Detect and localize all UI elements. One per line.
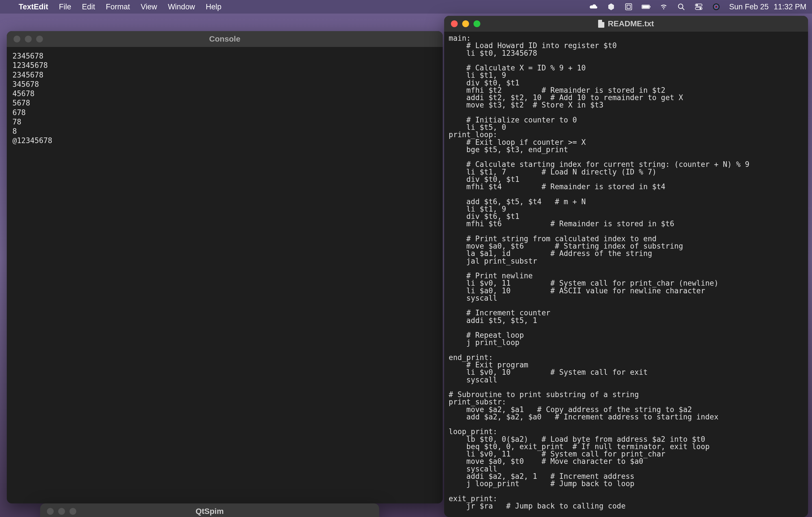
textedit-filename: README.txt xyxy=(608,19,654,28)
menu-view[interactable]: View xyxy=(141,3,157,11)
cloud-icon[interactable] xyxy=(589,2,598,11)
wifi-icon[interactable] xyxy=(659,2,668,11)
menu-file[interactable]: File xyxy=(59,3,71,11)
textedit-content[interactable]: main: # Load Howard ID into register $t0… xyxy=(444,32,808,513)
svg-rect-0 xyxy=(626,4,632,10)
qtspim-title: QtSpim xyxy=(196,507,224,516)
console-traffic-lights xyxy=(13,36,43,43)
svg-point-10 xyxy=(713,3,720,10)
document-icon xyxy=(598,20,604,28)
menubar: TextEdit File Edit Format View Window He… xyxy=(0,0,812,13)
textedit-window: README.txt main: # Load Howard ID into r… xyxy=(444,16,808,517)
app-name[interactable]: TextEdit xyxy=(19,3,48,11)
textedit-titlebar[interactable]: README.txt xyxy=(444,16,808,32)
qtspim-titlebar[interactable]: QtSpim xyxy=(40,504,379,517)
console-titlebar[interactable]: Console xyxy=(7,31,443,47)
close-button[interactable] xyxy=(47,508,54,515)
textedit-traffic-lights xyxy=(451,20,480,27)
svg-point-9 xyxy=(700,8,701,9)
menu-edit[interactable]: Edit xyxy=(82,3,95,11)
siri-icon[interactable] xyxy=(712,2,721,11)
date: Sun Feb 25 xyxy=(729,3,769,11)
svg-rect-1 xyxy=(627,5,630,8)
minimize-button[interactable] xyxy=(25,36,32,43)
svg-rect-4 xyxy=(650,6,650,8)
close-button[interactable] xyxy=(13,36,20,43)
console-content[interactable]: 2345678 12345678 2345678 345678 45678 56… xyxy=(7,47,443,150)
maximize-button[interactable] xyxy=(69,508,76,515)
textedit-title: README.txt xyxy=(598,19,654,28)
svg-point-5 xyxy=(678,4,683,8)
datetime[interactable]: Sun Feb 25 11:32 PM xyxy=(729,3,806,11)
app-icon-2[interactable] xyxy=(624,2,633,11)
close-button[interactable] xyxy=(451,20,458,27)
menubar-right: Sun Feb 25 11:32 PM xyxy=(589,2,806,11)
maximize-button[interactable] xyxy=(36,36,43,43)
console-window: Console 2345678 12345678 2345678 345678 … xyxy=(7,31,443,504)
minimize-button[interactable] xyxy=(462,20,469,27)
svg-point-7 xyxy=(696,4,698,6)
menu-format[interactable]: Format xyxy=(106,3,130,11)
qtspim-window: QtSpim xyxy=(40,504,379,517)
battery-icon[interactable] xyxy=(642,2,651,11)
maximize-button[interactable] xyxy=(473,20,480,27)
menu-window[interactable]: Window xyxy=(168,3,195,11)
menubar-left: TextEdit File Edit Format View Window He… xyxy=(6,3,222,11)
app-icon-1[interactable] xyxy=(607,2,616,11)
minimize-button[interactable] xyxy=(58,508,65,515)
svg-rect-3 xyxy=(642,5,649,8)
qtspim-traffic-lights xyxy=(47,508,76,515)
control-center-icon[interactable] xyxy=(694,2,703,11)
menu-help[interactable]: Help xyxy=(206,3,222,11)
console-title: Console xyxy=(209,34,240,44)
search-icon[interactable] xyxy=(677,2,686,11)
time: 11:32 PM xyxy=(774,3,806,11)
